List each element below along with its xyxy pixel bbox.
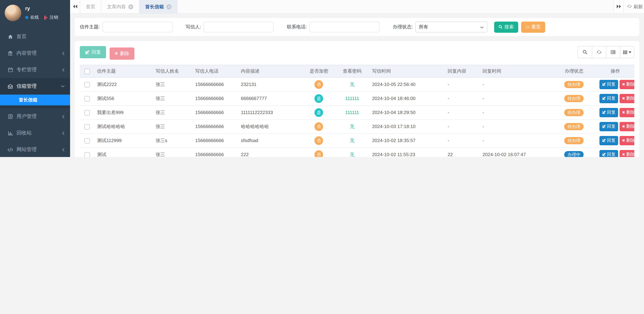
- tab-home[interactable]: 首页: [80, 0, 101, 13]
- row-checkbox[interactable]: [84, 96, 90, 101]
- chevron-down-icon: [480, 24, 484, 30]
- row-checkbox[interactable]: [84, 152, 90, 157]
- search-icon: [498, 25, 502, 29]
- toggle-search-button[interactable]: [578, 46, 592, 58]
- logout-icon[interactable]: [43, 15, 48, 20]
- row-checkbox[interactable]: [84, 110, 90, 115]
- sidebar-item-user-mgmt[interactable]: 用户管理: [0, 108, 70, 125]
- cell-write-time: 2024-10-02 11:55:23: [369, 147, 445, 157]
- row-reply-button[interactable]: 回复: [600, 150, 618, 157]
- table-body: 测试2222 张三 15666666666 232131 否 无 2024-10…: [80, 77, 634, 157]
- cell-subject: 测试: [94, 147, 153, 157]
- tab-bar: 首页 文章内容 ✕ 首长信箱 ✕ 刷新: [70, 0, 644, 14]
- cell-writer-name: 张三: [153, 91, 192, 105]
- row-reply-button[interactable]: 回复: [600, 136, 618, 145]
- sidebar-item-home[interactable]: 首页: [0, 29, 70, 45]
- double-chevron-right-icon: [616, 4, 621, 10]
- cell-password: 无: [335, 119, 369, 133]
- row-checkbox[interactable]: [84, 82, 90, 87]
- cell-reply-content: -: [445, 119, 480, 133]
- bulk-delete-button[interactable]: ✖ 删除: [110, 47, 134, 60]
- col-actions: 操作: [596, 65, 634, 77]
- x-icon: ✖: [622, 111, 625, 114]
- col-reply-content: 回复内容: [445, 65, 480, 77]
- sidebar-item-chief-mailbox[interactable]: 首长信箱: [0, 95, 70, 105]
- sidebar-item-column-mgmt[interactable]: 专栏管理: [0, 62, 70, 78]
- card-view-button[interactable]: [606, 46, 620, 58]
- close-icon[interactable]: ✕: [166, 4, 172, 9]
- tabs-scroll-left-button[interactable]: [70, 0, 80, 13]
- cell-write-time: 2024-10-02 18:35:57: [369, 133, 445, 147]
- row-checkbox[interactable]: [84, 138, 90, 143]
- status-badge: 待办理: [564, 109, 584, 116]
- tabs-scroll-right-button[interactable]: [614, 0, 624, 13]
- row-delete-button[interactable]: ✖删除: [620, 80, 634, 89]
- row-reply-button[interactable]: 回复: [600, 122, 618, 131]
- col-password: 查看密码: [335, 65, 369, 77]
- encrypted-badge: 是: [315, 108, 323, 117]
- columns-button[interactable]: [620, 46, 634, 58]
- cell-reply-content: -: [445, 91, 480, 105]
- avatar[interactable]: [5, 5, 21, 21]
- cell-description: 6666667777: [238, 91, 303, 105]
- cell-writer-name: 张三: [153, 119, 192, 133]
- writer-filter-input[interactable]: [204, 22, 274, 32]
- refresh-tab-button[interactable]: 刷新: [624, 0, 644, 13]
- encrypted-badge: 否: [315, 80, 323, 89]
- sidebar-item-mailbox-mgmt[interactable]: 信箱管理: [0, 78, 70, 95]
- table-row: 我要出差999 张三 15666666666 1111112222333 是 1…: [80, 105, 634, 119]
- row-delete-button[interactable]: ✖删除: [620, 150, 634, 157]
- col-subject: 信件主题: [94, 65, 153, 77]
- cell-writer-phone: 15666666666: [192, 91, 238, 105]
- row-delete-button[interactable]: ✖删除: [620, 94, 634, 103]
- address-book-icon: [8, 114, 13, 119]
- search-filter-panel: 信件主题: 写信人: 联系电话: 办理状态: 所有 搜索 重置: [75, 18, 639, 36]
- sidebar-item-website-mgmt[interactable]: 网站管理: [0, 141, 70, 157]
- logout-label[interactable]: 注销: [50, 15, 58, 21]
- phone-filter-label: 联系电话:: [287, 24, 307, 30]
- user-profile: ry 在线 注销: [0, 0, 70, 23]
- chevron-left-icon: [62, 68, 65, 72]
- subject-filter-input[interactable]: [102, 22, 172, 32]
- table-view-controls: [578, 46, 634, 58]
- col-writer-phone: 写信人电话: [192, 65, 238, 77]
- sidebar-item-content-mgmt[interactable]: 内容管理: [0, 45, 70, 62]
- row-reply-button[interactable]: 回复: [600, 94, 618, 103]
- status-filter-label: 办理状态:: [393, 24, 413, 30]
- sidebar-item-recycle-bin[interactable]: 回收站: [0, 125, 70, 141]
- table-header-row: 信件主题 写信人姓名 写信人电话 内容描述 是否加密 查看密码 写信时间 回复内…: [80, 65, 634, 77]
- app-root: ry 在线 注销 首页 内容管理 专栏管理: [0, 0, 644, 157]
- page-content: 信件主题: 写信人: 联系电话: 办理状态: 所有 搜索 重置: [70, 14, 644, 157]
- row-reply-button[interactable]: 回复: [600, 80, 618, 89]
- encrypted-badge: 是: [315, 94, 323, 103]
- edit-icon: [602, 124, 606, 128]
- phone-filter-input[interactable]: [310, 22, 380, 32]
- close-icon[interactable]: ✕: [128, 4, 133, 9]
- cell-write-time: 2024-10-04 18:29:50: [369, 105, 445, 119]
- mail-table: 信件主题 写信人姓名 写信人电话 内容描述 是否加密 查看密码 写信时间 回复内…: [80, 65, 634, 157]
- refresh-table-button[interactable]: [592, 46, 606, 58]
- x-icon: ✖: [622, 153, 625, 156]
- cell-writer-phone: 15666666666: [192, 119, 238, 133]
- refresh-icon: [596, 50, 602, 55]
- cell-password: 无: [335, 77, 369, 91]
- edit-icon: [602, 110, 606, 114]
- row-reply-button[interactable]: 回复: [600, 108, 618, 117]
- refresh-icon: [627, 4, 632, 10]
- cell-writer-phone: 15666666666: [192, 147, 238, 157]
- tab-article-content[interactable]: 文章内容 ✕: [101, 0, 140, 13]
- cell-reply-content: 22: [445, 147, 480, 157]
- cell-write-time: 2024-10-05 22:56:40: [369, 77, 445, 91]
- encrypted-badge: 否: [315, 150, 323, 157]
- status-select[interactable]: 所有: [415, 22, 487, 32]
- row-checkbox[interactable]: [84, 124, 90, 129]
- x-icon: ✖: [622, 139, 625, 142]
- row-delete-button[interactable]: ✖删除: [620, 122, 634, 131]
- tab-chief-mailbox[interactable]: 首长信箱 ✕: [140, 0, 178, 13]
- reset-button[interactable]: 重置: [521, 22, 545, 33]
- row-delete-button[interactable]: ✖删除: [620, 108, 634, 117]
- search-button[interactable]: 搜索: [494, 22, 518, 33]
- bulk-reply-button[interactable]: 回复: [80, 46, 106, 58]
- row-delete-button[interactable]: ✖删除: [620, 136, 634, 145]
- select-all-checkbox[interactable]: [84, 69, 90, 74]
